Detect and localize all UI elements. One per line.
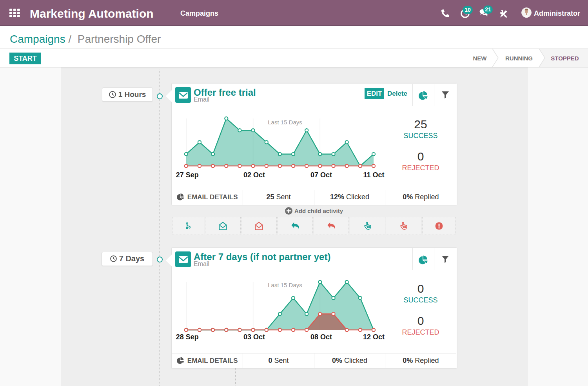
svg-text:11 Oct: 11 Oct <box>363 171 384 179</box>
svg-text:28 Sep: 28 Sep <box>176 333 199 341</box>
svg-text:07 Oct: 07 Oct <box>310 171 332 179</box>
svg-text:STOPPED: STOPPED <box>551 55 579 62</box>
svg-text:03 Oct: 03 Oct <box>243 333 265 341</box>
svg-text:02 Oct: 02 Oct <box>243 171 265 179</box>
svg-text:08 Oct: 08 Oct <box>310 333 332 341</box>
svg-text:RUNNING: RUNNING <box>505 55 533 62</box>
svg-text:12 Oct: 12 Oct <box>363 333 385 341</box>
svg-text:Last 15 Days: Last 15 Days <box>268 282 302 288</box>
svg-text:Last 15 Days: Last 15 Days <box>268 119 302 126</box>
svg-text:NEW: NEW <box>473 55 487 62</box>
svg-text:27 Sep: 27 Sep <box>176 171 199 179</box>
